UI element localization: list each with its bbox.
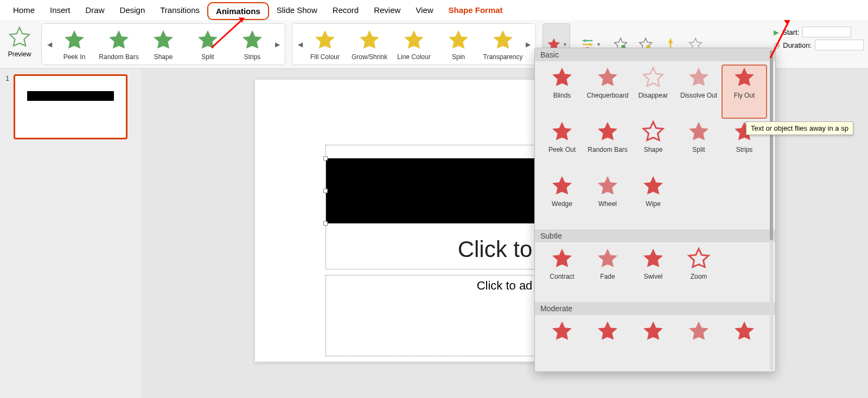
anim-spin[interactable]: Spin — [438, 28, 479, 61]
resize-handle[interactable] — [323, 189, 328, 193]
star-icon — [358, 28, 381, 52]
star-icon — [550, 120, 574, 144]
entrance-gallery-group: ◀ Peek In Random Bars Shape Split Strips… — [41, 23, 285, 65]
svg-point-4 — [589, 43, 591, 46]
exit-wedge[interactable]: Wedge — [539, 173, 585, 227]
exit-fade[interactable]: Fade — [585, 246, 630, 300]
ribbon-tabs: Home Insert Draw Design Transitions Anim… — [0, 0, 868, 20]
thumb-black-bar — [27, 91, 114, 101]
anim-line-colour[interactable]: Line Colour — [393, 28, 435, 61]
tab-record[interactable]: Record — [325, 2, 366, 20]
exit-disappear[interactable]: Disappear — [630, 65, 676, 119]
scrollbar-thumb[interactable] — [770, 50, 773, 240]
tab-design[interactable]: Design — [112, 2, 153, 20]
tab-animations[interactable]: Animations — [207, 2, 269, 20]
exit-moderate-2[interactable] — [585, 318, 630, 362]
anim-strips[interactable]: Strips — [232, 28, 273, 61]
preview-star-icon — [8, 25, 31, 49]
star-icon — [641, 66, 665, 89]
exit-swivel[interactable]: Swivel — [630, 246, 676, 300]
exit-wipe[interactable]: Wipe — [630, 173, 676, 227]
slide-thumbnail-1[interactable] — [14, 74, 127, 139]
star-icon — [550, 319, 574, 343]
exit-moderate-1[interactable] — [539, 318, 585, 362]
exit-contract[interactable]: Contract — [539, 246, 585, 300]
section-subtle-header: Subtle — [535, 229, 775, 242]
resize-handle[interactable] — [323, 156, 328, 161]
anim-transparency[interactable]: Transparency — [482, 28, 524, 61]
exit-chequerboard[interactable]: Chequerboard — [585, 65, 630, 119]
gallery-prev[interactable]: ◀ — [45, 25, 54, 63]
star-icon — [641, 319, 665, 343]
star-icon — [596, 174, 620, 198]
exit-moderate-3[interactable] — [630, 318, 676, 362]
star-icon — [196, 28, 220, 52]
star-icon — [446, 28, 470, 52]
section-basic-header: Basic — [535, 48, 775, 61]
gallery-next[interactable]: ▶ — [273, 25, 282, 63]
basic-grid: Blinds Chequerboard Disappear Dissolve O… — [535, 61, 775, 229]
exit-dissolve-out[interactable]: Dissolve Out — [676, 65, 722, 119]
exit-animations-popover: Basic Blinds Chequerboard Disappear Diss… — [534, 48, 776, 372]
subtitle-text: Click to ad — [477, 279, 533, 292]
anim-split[interactable]: Split — [187, 28, 228, 61]
exit-blinds[interactable]: Blinds — [539, 65, 585, 119]
tab-review[interactable]: Review — [366, 2, 408, 20]
emphasis-gallery: Fill Colour Grow/Shrink Line Colour Spin… — [304, 28, 524, 61]
exit-zoom[interactable]: Zoom — [676, 246, 722, 300]
emphasis-gallery-group: ◀ Fill Colour Grow/Shrink Line Colour Sp… — [292, 23, 536, 65]
star-icon — [687, 319, 711, 343]
exit-wheel[interactable]: Wheel — [585, 173, 630, 227]
tab-slideshow[interactable]: Slide Show — [269, 2, 325, 20]
anim-shape[interactable]: Shape — [143, 28, 184, 61]
star-icon — [151, 28, 175, 52]
svg-point-3 — [584, 39, 586, 42]
star-icon — [402, 28, 426, 52]
tab-home[interactable]: Home — [5, 2, 42, 20]
star-icon — [596, 319, 620, 343]
tab-insert[interactable]: Insert — [42, 2, 78, 20]
star-icon — [491, 28, 515, 52]
gallery-next-2[interactable]: ▶ — [524, 25, 532, 63]
tab-draw[interactable]: Draw — [78, 2, 112, 20]
anim-fill-colour[interactable]: Fill Colour — [304, 28, 346, 61]
duration-label: Duration: — [783, 41, 812, 49]
star-icon — [550, 66, 574, 89]
section-moderate-header: Moderate — [535, 302, 775, 315]
anim-random-bars[interactable]: Random Bars — [98, 28, 139, 61]
tab-transitions[interactable]: Transitions — [152, 2, 207, 20]
star-icon — [596, 120, 620, 144]
gallery-prev-2[interactable]: ◀ — [296, 25, 304, 63]
exit-shape[interactable]: Shape — [630, 119, 676, 173]
preview-button[interactable]: Preview — [4, 23, 35, 65]
star-icon — [732, 66, 756, 89]
star-icon — [550, 174, 574, 198]
exit-fly-out[interactable]: Fly Out — [722, 65, 767, 119]
slide-thumbnails-panel: 1 — [0, 69, 141, 398]
moderate-grid — [535, 315, 775, 364]
chevron-down-icon: ▾ — [564, 41, 566, 47]
popover-scrollbar[interactable] — [768, 50, 775, 370]
anim-grow-shrink[interactable]: Grow/Shrink — [349, 28, 390, 61]
duration-input[interactable] — [815, 40, 864, 50]
exit-random-bars[interactable]: Random Bars — [585, 119, 630, 173]
preview-label: Preview — [8, 50, 31, 58]
exit-split[interactable]: Split — [676, 119, 722, 173]
star-icon — [596, 66, 620, 89]
start-input[interactable] — [802, 27, 851, 37]
thumb-index: 1 — [5, 74, 9, 139]
resize-handle[interactable] — [323, 221, 328, 226]
anim-peek-in[interactable]: Peek In — [54, 28, 95, 61]
play-icon: ▶ — [774, 28, 779, 36]
star-icon — [550, 247, 574, 271]
subtle-grid: Contract Fade Swivel Zoom — [535, 242, 775, 302]
star-icon — [313, 28, 337, 52]
exit-moderate-4[interactable] — [676, 318, 722, 362]
exit-moderate-5[interactable] — [722, 318, 767, 362]
tab-view[interactable]: View — [408, 2, 441, 20]
tab-shape-format[interactable]: Shape Format — [441, 2, 510, 20]
star-icon — [641, 247, 665, 271]
exit-peek-out[interactable]: Peek Out — [539, 119, 585, 173]
entrance-gallery: Peek In Random Bars Shape Split Strips — [54, 28, 273, 61]
star-icon — [62, 28, 86, 52]
